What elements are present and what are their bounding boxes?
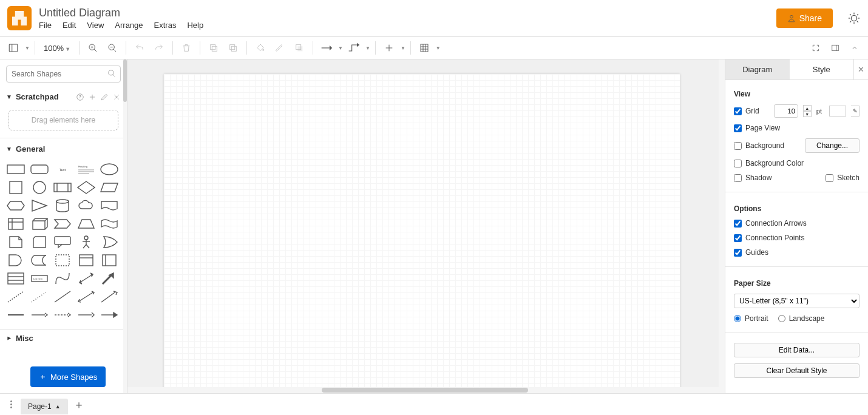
shape-document[interactable] bbox=[100, 198, 119, 213]
chevron-down-icon[interactable]: ▼ bbox=[401, 46, 405, 51]
to-back-icon[interactable] bbox=[225, 39, 242, 56]
shape-internal-storage[interactable] bbox=[6, 217, 25, 231]
portrait-radio[interactable]: Portrait bbox=[734, 314, 768, 323]
background-checkbox[interactable]: Background bbox=[734, 141, 784, 150]
shape-tape[interactable] bbox=[100, 217, 119, 231]
shape-thin-arrow[interactable] bbox=[30, 308, 49, 322]
scratchpad-header[interactable]: ▼ Scratchpad ? bbox=[0, 89, 127, 105]
shape-arrow[interactable] bbox=[100, 271, 119, 286]
search-shapes-input[interactable] bbox=[6, 66, 121, 83]
shape-dotted-line[interactable] bbox=[30, 289, 49, 304]
tab-style[interactable]: Style bbox=[790, 59, 854, 79]
zoom-out-icon[interactable] bbox=[104, 39, 121, 56]
shape-line[interactable] bbox=[53, 289, 72, 304]
menu-edit[interactable]: Edit bbox=[63, 21, 76, 30]
shape-process[interactable] bbox=[53, 180, 72, 195]
canvas-v-scrollbar[interactable] bbox=[719, 59, 725, 387]
table-icon[interactable] bbox=[416, 39, 433, 56]
shape-square[interactable] bbox=[6, 180, 25, 195]
zoom-in-icon[interactable] bbox=[84, 39, 101, 56]
undo-icon[interactable] bbox=[131, 39, 148, 56]
doc-title[interactable]: Untitled Diagram bbox=[39, 7, 769, 19]
edit-data-button[interactable]: Edit Data... bbox=[734, 343, 860, 357]
canvas-h-scrollbar[interactable] bbox=[127, 387, 725, 393]
change-background-button[interactable]: Change... bbox=[805, 138, 860, 153]
shape-dashed-arrow[interactable] bbox=[53, 308, 72, 322]
general-header[interactable]: ▼ General bbox=[0, 141, 127, 157]
fill-color-icon[interactable] bbox=[252, 39, 269, 56]
shape-list[interactable] bbox=[6, 271, 25, 286]
grid-checkbox[interactable]: Grid bbox=[734, 107, 759, 115]
page-tab[interactable]: Page-1 ▲ bbox=[21, 399, 68, 414]
menu-file[interactable]: File bbox=[39, 21, 52, 30]
canvas[interactable] bbox=[127, 59, 725, 393]
left-scrollbar[interactable] bbox=[123, 59, 127, 393]
shape-container[interactable] bbox=[53, 253, 72, 268]
shape-bidir-connector[interactable] bbox=[76, 289, 96, 304]
landscape-radio[interactable]: Landscape bbox=[778, 314, 825, 323]
shape-dashed-line[interactable] bbox=[6, 289, 25, 304]
step-up-icon[interactable]: ▲ bbox=[803, 105, 812, 111]
shape-bidir-arrow[interactable] bbox=[76, 271, 96, 286]
shape-frame-h[interactable] bbox=[76, 253, 96, 268]
sketch-checkbox[interactable]: Sketch bbox=[826, 174, 860, 182]
more-shapes-button[interactable]: ＋ More Shapes bbox=[30, 366, 106, 387]
shape-triangle[interactable] bbox=[30, 198, 49, 213]
shape-cube[interactable] bbox=[30, 217, 49, 231]
conn-points-checkbox[interactable]: Connection Points bbox=[734, 234, 804, 242]
shape-parallelogram[interactable] bbox=[100, 180, 119, 195]
shape-and[interactable] bbox=[6, 253, 25, 268]
shape-hexagon[interactable] bbox=[6, 198, 25, 213]
chevron-down-icon[interactable]: ▼ bbox=[25, 46, 30, 51]
shape-dir-connector[interactable] bbox=[100, 289, 119, 304]
grid-color-swatch[interactable] bbox=[829, 106, 846, 116]
grid-stepper[interactable]: ▲▼ bbox=[803, 105, 812, 117]
collapse-icon[interactable] bbox=[846, 39, 863, 56]
redo-icon[interactable] bbox=[151, 39, 168, 56]
close-panel-icon[interactable]: ✕ bbox=[853, 59, 868, 79]
conn-arrows-checkbox[interactable]: Connection Arrows bbox=[734, 219, 807, 228]
menu-help[interactable]: Help bbox=[187, 21, 203, 30]
shape-textbox[interactable]: Heading bbox=[76, 162, 96, 177]
background-color-checkbox[interactable]: Background Color bbox=[734, 159, 804, 167]
shape-link[interactable] bbox=[6, 308, 25, 322]
shape-rounded-rect[interactable] bbox=[30, 162, 49, 177]
shape-list-item[interactable]: List Item bbox=[30, 271, 49, 286]
close-icon[interactable] bbox=[112, 93, 121, 101]
misc-header[interactable]: ▼ Misc bbox=[0, 329, 127, 346]
add-icon[interactable] bbox=[88, 93, 97, 101]
chevron-down-icon[interactable]: ▼ bbox=[365, 46, 370, 51]
chevron-down-icon[interactable]: ▼ bbox=[436, 46, 441, 51]
share-button[interactable]: Share bbox=[776, 8, 833, 28]
shape-open-arrow[interactable] bbox=[76, 308, 96, 322]
clear-style-button[interactable]: Clear Default Style bbox=[734, 363, 860, 378]
scratchpad-dropzone[interactable]: Drag elements here bbox=[8, 110, 118, 130]
chevron-up-icon[interactable]: ▲ bbox=[55, 403, 61, 410]
connection-icon[interactable] bbox=[318, 39, 335, 56]
delete-icon[interactable] bbox=[178, 39, 195, 56]
page-view-checkbox[interactable]: Page View bbox=[734, 124, 780, 132]
chevron-down-icon[interactable]: ▼ bbox=[338, 46, 343, 51]
shape-filled-arrow[interactable] bbox=[100, 308, 119, 322]
menu-view[interactable]: View bbox=[87, 21, 104, 30]
step-down-icon[interactable]: ▼ bbox=[803, 111, 812, 117]
shape-or[interactable] bbox=[100, 235, 119, 249]
shadow-checkbox[interactable]: Shadow bbox=[734, 174, 771, 182]
edit-icon[interactable] bbox=[100, 93, 109, 101]
shape-card[interactable] bbox=[30, 235, 49, 249]
shape-circle[interactable] bbox=[30, 180, 49, 195]
menu-arrange[interactable]: Arrange bbox=[115, 21, 143, 30]
add-page-button[interactable]: ＋ bbox=[72, 397, 86, 412]
shape-cylinder[interactable] bbox=[53, 198, 72, 213]
pencil-icon[interactable]: ✎ bbox=[851, 106, 860, 116]
insert-icon[interactable] bbox=[381, 39, 398, 56]
zoom-level[interactable]: 100%▼ bbox=[40, 44, 74, 53]
menu-extras[interactable]: Extras bbox=[154, 21, 177, 30]
waypoint-icon[interactable] bbox=[345, 39, 362, 56]
shape-data-storage[interactable] bbox=[30, 253, 49, 268]
shape-callout[interactable] bbox=[53, 235, 72, 249]
appearance-toggle-icon[interactable] bbox=[847, 12, 861, 25]
grid-size-input[interactable] bbox=[774, 104, 798, 118]
help-icon[interactable]: ? bbox=[76, 93, 84, 101]
shape-frame-v[interactable] bbox=[100, 253, 119, 268]
